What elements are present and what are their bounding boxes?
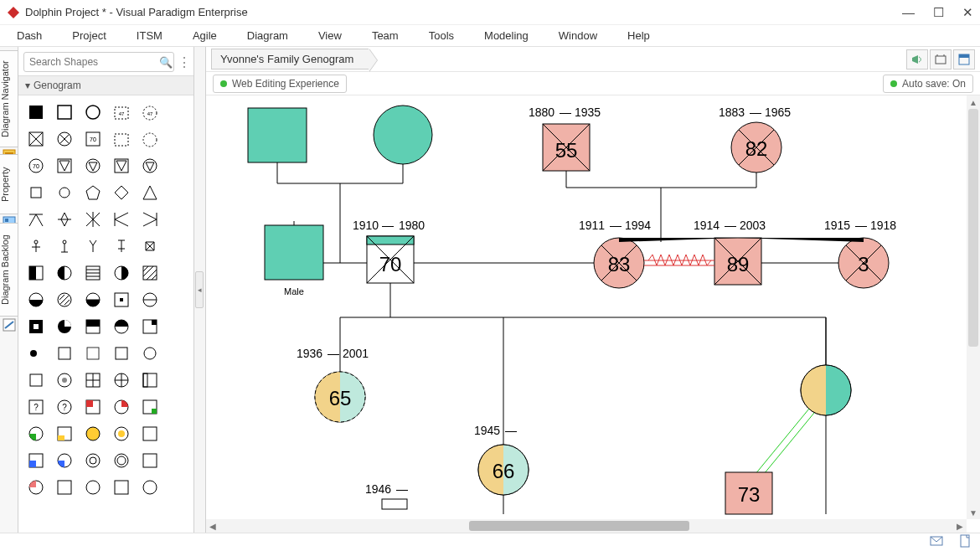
shape-circ-dot[interactable] — [52, 368, 77, 392]
shape-circ-red[interactable] — [109, 395, 134, 419]
shape-square-dash2[interactable] — [109, 127, 134, 151]
shape-sq-fill-dot[interactable] — [23, 315, 49, 338]
shape-circ-sm[interactable] — [137, 342, 162, 365]
shape-sq-q[interactable]: ? — [23, 395, 49, 419]
shape-circ-plain2[interactable] — [137, 476, 162, 499]
canvas[interactable]: Male 1910 — 1980 70 1880 — 1 — [206, 95, 980, 533]
shape-sq-plain2[interactable] — [137, 449, 162, 472]
shape-sq-green[interactable] — [137, 395, 162, 419]
shape-circ-pink[interactable] — [23, 476, 49, 499]
shape-circ-line[interactable] — [137, 288, 162, 312]
shape-circ-plain[interactable] — [80, 476, 106, 499]
shape-circ-diag[interactable] — [52, 288, 77, 312]
node-73[interactable]: 73 — [725, 472, 772, 514]
menu-tools[interactable]: Tools — [429, 29, 454, 42]
shape-circ-ring[interactable] — [80, 449, 106, 472]
shape-half-sq-l[interactable] — [23, 261, 49, 285]
shape-circle-x[interactable] — [52, 127, 77, 151]
collapse-handle[interactable]: ◂ — [195, 271, 204, 308]
menu-agile[interactable]: Agile — [193, 29, 217, 42]
shape-sq-plain4[interactable] — [109, 476, 134, 499]
breadcrumb[interactable]: Yvonne's Family Genogram — [211, 49, 369, 70]
scroll-right-icon[interactable]: ▶ — [953, 519, 967, 533]
menu-help[interactable]: Help — [627, 29, 650, 42]
node-89[interactable]: 89 — [714, 238, 761, 285]
shape-glyph1[interactable] — [23, 234, 49, 258]
shape-square-small[interactable] — [23, 181, 49, 204]
search-shapes-input[interactable] — [23, 52, 174, 72]
shape-diamond[interactable] — [109, 181, 134, 204]
vtab-diagram-backlog[interactable]: Diagram Backlog — [0, 223, 18, 317]
shape-sq-sm3[interactable] — [109, 342, 134, 365]
shape-sq-half-t[interactable] — [80, 315, 106, 338]
shape-pentagon[interactable] — [80, 181, 106, 204]
shape-square-70[interactable]: 70 — [80, 127, 106, 151]
shape-sq-sm4[interactable] — [23, 368, 49, 392]
window-maximize-button[interactable]: ☐ — [933, 5, 944, 20]
shape-triangle[interactable] — [137, 181, 162, 204]
shape-sq-blue[interactable] — [23, 449, 49, 472]
shape-half-circ-b2[interactable] — [80, 288, 106, 312]
menu-dash[interactable]: Dash — [17, 29, 42, 42]
menu-team[interactable]: Team — [372, 29, 399, 42]
shape-triangle-down-sq2[interactable] — [109, 154, 134, 178]
shape-circle-small[interactable] — [52, 181, 77, 204]
scroll-down-icon[interactable]: ▼ — [967, 506, 980, 519]
shape-pie[interactable] — [52, 315, 77, 338]
shape-star4[interactable] — [109, 208, 134, 231]
node-83[interactable]: 83 — [594, 238, 644, 288]
shape-circ-q[interactable]: ? — [52, 395, 77, 419]
shape-sq-hatch[interactable] — [80, 261, 106, 285]
shape-square-dash[interactable]: 47 — [109, 100, 134, 124]
shape-star5[interactable] — [137, 208, 162, 231]
shapes-category-header[interactable]: ▾ Genogram — [18, 75, 193, 95]
shape-circ-plus[interactable] — [109, 368, 134, 392]
node-70[interactable]: 70 — [367, 236, 414, 283]
shape-half-circ-l[interactable] — [52, 261, 77, 285]
menu-modeling[interactable]: Modeling — [484, 29, 529, 42]
shape-sq-grid[interactable] — [80, 368, 106, 392]
shape-star1[interactable] — [23, 208, 49, 231]
shape-circle-dash[interactable]: 47 — [137, 100, 162, 124]
shape-circle-70[interactable]: 70 — [23, 154, 49, 178]
shape-sq-dot[interactable] — [109, 288, 134, 312]
toolbar-announce-button[interactable] — [906, 49, 928, 70]
shape-star2[interactable] — [52, 208, 77, 231]
shape-star3[interactable] — [80, 208, 106, 231]
scroll-up-icon[interactable]: ▲ — [967, 95, 980, 109]
shape-square-x[interactable] — [23, 127, 49, 151]
shape-glyph3[interactable] — [80, 234, 106, 258]
shape-sq-tr[interactable] — [137, 315, 162, 338]
footer-mail-icon[interactable] — [930, 534, 943, 550]
shape-sq-sm2[interactable] — [80, 342, 106, 365]
shape-sq-diag-hatch[interactable] — [137, 261, 162, 285]
shape-triangle-down-circ[interactable] — [80, 154, 106, 178]
vscroll-thumb[interactable] — [968, 109, 978, 347]
shape-circ-blue[interactable] — [52, 449, 77, 472]
shape-sq-red[interactable] — [80, 395, 106, 419]
menu-window[interactable]: Window — [559, 29, 597, 42]
node-split-circle[interactable] — [801, 365, 851, 415]
footer-doc-icon[interactable] — [958, 534, 972, 550]
menu-diagram[interactable]: Diagram — [247, 29, 288, 42]
shape-circ-green[interactable] — [23, 422, 49, 445]
node-82[interactable]: 82 — [731, 122, 781, 173]
horizontal-scrollbar[interactable]: ◀ ▶ — [206, 519, 967, 533]
hscroll-thumb[interactable] — [469, 521, 689, 531]
window-minimize-button[interactable]: — — [902, 5, 915, 20]
search-more-icon[interactable]: ⋮ — [176, 54, 193, 70]
window-close-button[interactable]: ✕ — [962, 5, 973, 20]
shape-circ-yellow2[interactable] — [109, 422, 134, 445]
toolbar-layers-button[interactable] — [953, 49, 975, 70]
shape-triangle-down-circ2[interactable] — [137, 154, 162, 178]
shape-sq-sm[interactable] — [52, 342, 77, 365]
vertical-scrollbar[interactable]: ▲ ▼ — [967, 95, 980, 519]
node-66[interactable]: 66 — [478, 445, 529, 495]
shape-circ-ring2[interactable] — [109, 449, 134, 472]
shape-sq-bar[interactable] — [137, 368, 162, 392]
shape-circ-half-t[interactable] — [109, 315, 134, 338]
shape-triangle-down-sq[interactable] — [52, 154, 77, 178]
node-65[interactable]: 65 — [315, 372, 365, 422]
scroll-left-icon[interactable]: ◀ — [206, 519, 219, 533]
node-55[interactable]: 55 — [543, 124, 590, 171]
